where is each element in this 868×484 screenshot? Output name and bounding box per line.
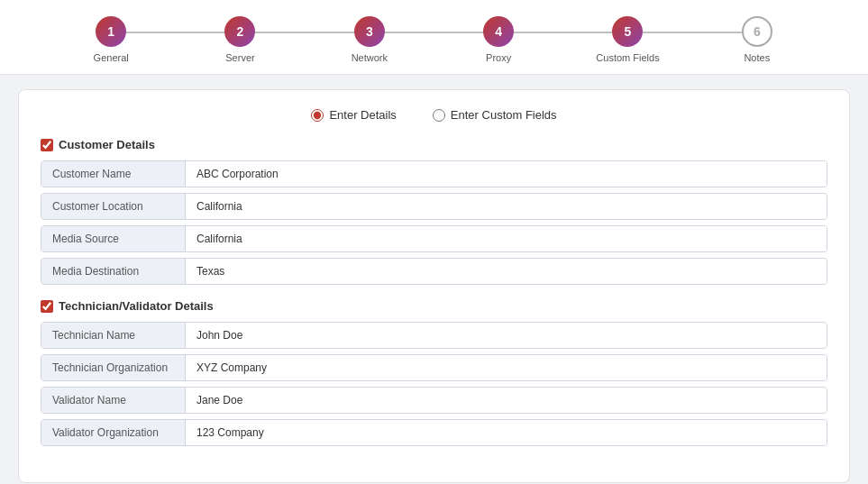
- step-circle-5: 5: [612, 16, 643, 47]
- step-label-5: Custom Fields: [596, 52, 659, 63]
- step-1[interactable]: 1 General: [47, 16, 176, 63]
- form-card: Enter Details Enter Custom Fields Custom…: [18, 89, 850, 483]
- technician-details-checkbox[interactable]: [41, 300, 53, 313]
- technician-section-title: Technician/Validator Details: [59, 299, 214, 313]
- main-content: Enter Details Enter Custom Fields Custom…: [0, 75, 868, 484]
- customer-location-value: California: [186, 194, 827, 219]
- field-media-source: Media Source California: [41, 225, 827, 252]
- field-technician-org: Technician Organization XYZ Company: [41, 354, 827, 381]
- radio-enter-custom-fields[interactable]: Enter Custom Fields: [433, 108, 557, 122]
- step-circle-1: 1: [96, 16, 126, 47]
- step-circle-4: 4: [483, 16, 514, 47]
- field-technician-name: Technician Name John Doe: [41, 322, 827, 349]
- technician-section-header: Technician/Validator Details: [41, 299, 827, 313]
- validator-org-label: Validator Organization: [41, 420, 186, 445]
- radio-custom-fields-label: Enter Custom Fields: [451, 108, 557, 122]
- stepper: 1 General 2 Server 3 Network 4 Proxy 5 C…: [47, 16, 822, 63]
- step-label-1: General: [94, 52, 129, 63]
- step-6[interactable]: 6 Notes: [692, 16, 821, 63]
- stepper-container: 1 General 2 Server 3 Network 4 Proxy 5 C…: [0, 0, 868, 75]
- radio-enter-details-input[interactable]: [311, 109, 324, 122]
- step-label-3: Network: [352, 52, 388, 63]
- customer-section-header: Customer Details: [41, 138, 827, 151]
- validator-name-value: Jane Doe: [186, 388, 827, 413]
- technician-org-label: Technician Organization: [41, 355, 186, 380]
- field-customer-location: Customer Location California: [41, 193, 827, 220]
- media-source-value: California: [186, 226, 827, 251]
- step-5[interactable]: 5 Custom Fields: [563, 16, 692, 63]
- step-label-6: Notes: [744, 52, 770, 63]
- field-validator-name: Validator Name Jane Doe: [41, 387, 827, 414]
- radio-enter-details-label: Enter Details: [329, 108, 396, 122]
- media-destination-label: Media Destination: [41, 259, 186, 284]
- radio-custom-fields-input[interactable]: [433, 109, 445, 122]
- step-circle-2: 2: [224, 16, 255, 47]
- media-source-label: Media Source: [41, 226, 186, 251]
- validator-org-value: 123 Company: [186, 420, 827, 445]
- customer-name-value: ABC Corporation: [186, 161, 827, 187]
- radio-enter-details[interactable]: Enter Details: [311, 108, 396, 122]
- customer-location-label: Customer Location: [41, 194, 186, 219]
- field-media-destination: Media Destination Texas: [41, 258, 827, 285]
- customer-section: Customer Details Customer Name ABC Corpo…: [41, 138, 827, 285]
- customer-details-checkbox[interactable]: [41, 139, 53, 151]
- step-label-2: Server: [225, 52, 254, 63]
- technician-section: Technician/Validator Details Technician …: [41, 299, 827, 446]
- step-2[interactable]: 2 Server: [176, 16, 305, 63]
- field-validator-org: Validator Organization 123 Company: [41, 419, 827, 446]
- radio-group: Enter Details Enter Custom Fields: [41, 108, 827, 122]
- media-destination-value: Texas: [186, 259, 827, 284]
- customer-name-label: Customer Name: [41, 161, 186, 187]
- validator-name-label: Validator Name: [41, 388, 186, 413]
- step-circle-3: 3: [354, 16, 385, 47]
- technician-org-value: XYZ Company: [186, 355, 827, 380]
- step-3[interactable]: 3 Network: [305, 16, 434, 63]
- technician-name-value: John Doe: [186, 323, 827, 348]
- step-circle-6: 6: [742, 16, 772, 47]
- field-customer-name: Customer Name ABC Corporation: [41, 160, 827, 187]
- step-4[interactable]: 4 Proxy: [434, 16, 562, 63]
- step-label-4: Proxy: [486, 52, 511, 63]
- customer-section-title: Customer Details: [59, 138, 155, 151]
- technician-name-label: Technician Name: [41, 323, 186, 348]
